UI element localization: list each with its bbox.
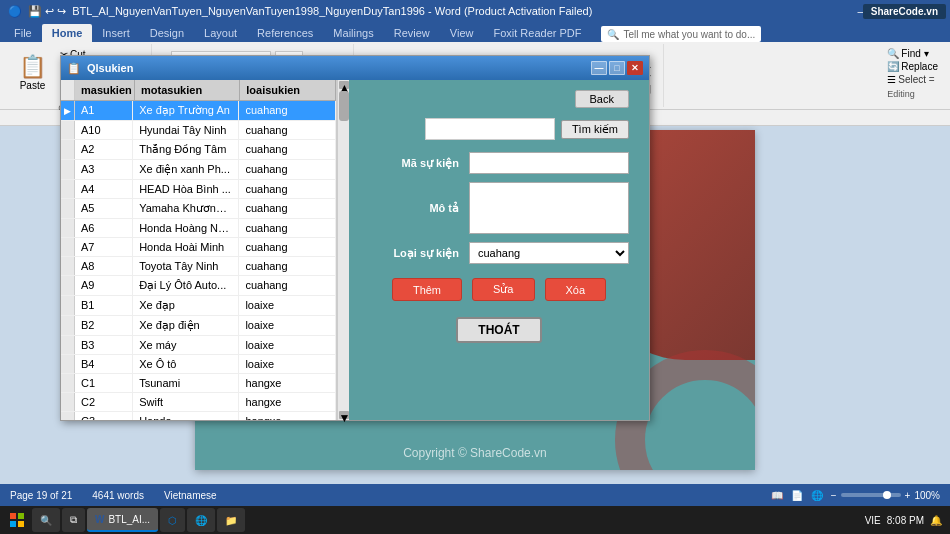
loai-su-kien-label: Loại sự kiện: [369, 247, 459, 260]
cell-ma-a1: A1: [75, 101, 133, 120]
cell-loai-a10: cuahang: [239, 121, 336, 139]
dialog-title-bar: 📋 Qlsukien — □ ✕: [61, 56, 649, 80]
search-button[interactable]: Tìm kiếm: [561, 120, 629, 139]
action-row: Thêm Sửa Xóa: [369, 278, 629, 301]
qlsukien-dialog: 📋 Qlsukien — □ ✕ masukien motasukien loa…: [60, 55, 650, 421]
thoat-button[interactable]: THOÁT: [456, 317, 541, 343]
dialog-maximize-button[interactable]: □: [609, 61, 625, 75]
loai-su-kien-select[interactable]: cuahang loaixe hangxe: [469, 242, 629, 264]
dialog-content: masukien motasukien loaisukien ▶ A1 Xe đ…: [61, 80, 649, 420]
back-row: Back: [369, 90, 629, 108]
dialog-title: Qlsukien: [87, 62, 133, 74]
dialog-minimize-button[interactable]: —: [591, 61, 607, 75]
dialog-close-button[interactable]: ✕: [627, 61, 643, 75]
table-row[interactable]: C1 Tsunami hangxe: [61, 374, 336, 393]
col-motasukien: motasukien: [135, 80, 240, 100]
cell-mo-a10: Hyundai Tây Ninh: [133, 121, 239, 139]
form-panel: Back Tìm kiếm Mã sự kiện Mô tả: [349, 80, 649, 420]
table-row[interactable]: B1 Xe đạp loaixe: [61, 296, 336, 316]
table-row[interactable]: C3 Honda hangxe: [61, 412, 336, 420]
them-button[interactable]: Thêm: [392, 278, 462, 301]
dialog-title-left: 📋 Qlsukien: [67, 62, 133, 75]
loai-su-kien-row: Loại sự kiện cuahang loaixe hangxe: [369, 242, 629, 264]
table-row[interactable]: A5 Yamaha Khương ... cuahang: [61, 199, 336, 219]
table-header: masukien motasukien loaisukien: [61, 80, 336, 101]
table-row[interactable]: A10 Hyundai Tây Ninh cuahang: [61, 121, 336, 140]
cell-mo-a1: Xe đạp Trường An: [133, 101, 239, 120]
back-button[interactable]: Back: [575, 90, 629, 108]
dialog-title-controls: — □ ✕: [591, 61, 643, 75]
mo-ta-label: Mô tả: [369, 202, 459, 215]
row-indicator-a10: [61, 121, 75, 139]
xoa-button[interactable]: Xóa: [545, 278, 607, 301]
col-masukien: masukien: [75, 80, 135, 100]
table-row[interactable]: A6 Honda Hoàng Nam cuahang: [61, 219, 336, 238]
table-row[interactable]: B4 Xe Ô tô loaixe: [61, 355, 336, 374]
ma-su-kien-row: Mã sự kiện: [369, 152, 629, 174]
row-indicator-a1: ▶: [61, 101, 75, 120]
thoat-row: THOÁT: [369, 317, 629, 343]
row-indicator-header: [61, 80, 75, 100]
table-row[interactable]: A8 Toyota Tây Ninh cuahang: [61, 257, 336, 276]
table-row[interactable]: A4 HEAD Hòa Bình ... cuahang: [61, 180, 336, 199]
dialog-icon: 📋: [67, 62, 81, 75]
search-row: Tìm kiếm: [369, 118, 629, 140]
table-row[interactable]: B2 Xe đạp điện loaixe: [61, 316, 336, 336]
scrollbar-thumb[interactable]: [339, 91, 349, 121]
table-row[interactable]: A2 Thắng Đồng Tâm cuahang: [61, 140, 336, 160]
table-row[interactable]: A7 Honda Hoài Minh cuahang: [61, 238, 336, 257]
table-row[interactable]: A9 Đại Lý Ôtô Auto... cuahang: [61, 276, 336, 296]
table-row[interactable]: ▶ A1 Xe đạp Trường An cuahang: [61, 101, 336, 121]
ma-su-kien-input[interactable]: [469, 152, 629, 174]
table-row[interactable]: A3 Xe điện xanh Ph... cuahang: [61, 160, 336, 180]
col-loaisukien: loaisukien: [240, 80, 336, 100]
ma-su-kien-label: Mã sự kiện: [369, 157, 459, 170]
table-body: ▶ A1 Xe đạp Trường An cuahang A10 Hyunda…: [61, 101, 336, 420]
search-input[interactable]: [425, 118, 555, 140]
scrollbar-down[interactable]: ▼: [339, 411, 349, 419]
table-scrollbar[interactable]: ▲ ▼: [337, 80, 349, 420]
sharecode-logo: ShareCode.vn: [863, 4, 946, 19]
cell-loai-a1: cuahang: [239, 101, 336, 120]
dialog-overlay: 📋 Qlsukien — □ ✕ masukien motasukien loa…: [0, 0, 950, 534]
table-panel: masukien motasukien loaisukien ▶ A1 Xe đ…: [61, 80, 337, 420]
table-row[interactable]: C2 Swift hangxe: [61, 393, 336, 412]
cell-ma-a10: A10: [75, 121, 133, 139]
table-row[interactable]: B3 Xe máy loaixe: [61, 336, 336, 355]
sua-button[interactable]: Sửa: [472, 278, 534, 301]
mo-ta-row: Mô tả: [369, 182, 629, 234]
scrollbar-up[interactable]: ▲: [339, 81, 349, 89]
mo-ta-input[interactable]: [469, 182, 629, 234]
